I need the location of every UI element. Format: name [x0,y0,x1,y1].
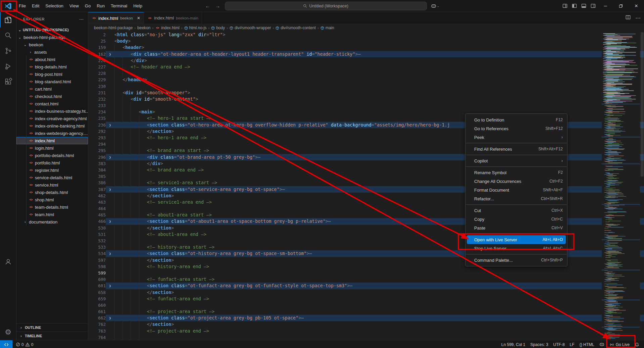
code-line-600[interactable]: 600 <!— funfact-area start —> [88,276,644,283]
settings-gear-icon[interactable]: ⚙ [0,325,16,340]
fold-chevron-icon[interactable]: ❯ [106,250,114,257]
code-line-229[interactable]: 229 </header> [88,77,644,83]
tree-file-cart-html[interactable]: <>cart.html [16,85,88,93]
status-spaces-3[interactable]: Spaces: 3 [530,342,548,347]
tree-file-index-online-banking-html[interactable]: <>index-online-banking.html [16,122,88,130]
code-line-227[interactable]: 227 <!— header area end —> [88,64,644,70]
menu-item-paste[interactable]: PasteCtrl+V [467,223,566,232]
code-line-228[interactable]: 228 [88,70,644,77]
tree-file-shop-details-html[interactable]: <>shop-details.html [16,189,88,196]
menu-go[interactable]: Go [82,0,94,12]
fold-chevron-icon[interactable]: ❯ [106,154,114,160]
menu-item-refactor[interactable]: Refactor...Ctrl+Shift+R [467,194,566,203]
toggle-secondary-sidebar-icon[interactable] [588,0,598,12]
breadcrumb-item-body[interactable]: body [211,26,225,30]
fold-chevron-icon[interactable]: ❯ [106,315,114,321]
nav-forward-icon[interactable]: → [215,3,221,9]
tree-file-about-html[interactable]: <>about.html [16,56,88,63]
menu-item-cut[interactable]: CutCtrl+X [467,206,566,215]
activitybar-run-debug-icon[interactable] [0,58,16,74]
menu-item-go-to-definition[interactable]: Go to DefinitionF12 [467,115,566,124]
breadcrumb-item-beekon[interactable]: beekon [137,26,150,30]
menu-run[interactable]: Run [94,0,108,12]
menu-item-change-all-occurrences[interactable]: Change All OccurrencesCtrl+F2 [467,177,566,186]
tree-file-contact-html[interactable]: <>contact.html [16,100,88,107]
nav-back-icon[interactable]: ← [205,3,211,9]
status-html[interactable]: {} HTML [580,342,594,347]
tree-file-blog-post-html[interactable]: <>blog-post.html [16,70,88,78]
menu-edit[interactable]: Edit [29,0,42,12]
code-line-660[interactable]: 660 [88,302,644,308]
menu-item-rename-symbol[interactable]: Rename SymbolF2 [467,168,566,177]
status-go-live[interactable]: Go Live [609,342,630,347]
restore-button[interactable] [613,0,629,12]
tree-file-login-html[interactable]: <>login.html [16,144,88,152]
tree-file-checkout-html[interactable]: <>checkout.html [16,93,88,100]
code-line-2[interactable]: 2<html class="no-js" lang="zxx" dir="ltr… [88,32,644,38]
breadcrumb-item-index-html[interactable]: <>index.html [155,26,180,30]
breadcrumb-item-beekon-html-package[interactable]: beekon-html-package [94,26,133,30]
fold-chevron-icon[interactable]: ❯ [106,186,114,193]
tree-folder-beekon[interactable]: ⌄beekon [16,41,88,48]
tree-file-index-creative-agency-html[interactable]: <>index-creative-agency.html [16,115,88,122]
tree-file-index-webdesign-agency-[interactable]: <>index-webdesign-agency.... [16,130,88,137]
breadcrumb-item-html-no-js[interactable]: html.no-js [184,26,207,30]
activitybar-source-control-icon[interactable] [0,43,16,58]
code-line-762[interactable]: 762 </section> [88,321,644,328]
menu-terminal[interactable]: Terminal [108,0,130,12]
fold-chevron-icon[interactable]: ❯ [106,218,114,225]
status-ln-599-col-1[interactable]: Ln 599, Col 1 [501,342,525,347]
tree-file-index-business-strategy-ht-[interactable]: <>index-business-strategy.ht... [16,107,88,115]
status-utf-8[interactable]: UTF-8 [553,342,565,347]
code-line-226[interactable]: 226 </div> [88,57,644,64]
breadcrumb-item-main[interactable]: main [320,26,334,30]
code-line-233[interactable]: 233 [88,102,644,109]
menu-item-find-all-references[interactable]: Find All ReferencesShift+Alt+F12 [467,145,566,153]
menu-item-command-palette[interactable]: Command Palette...Ctrl+Shift+P [467,256,566,264]
tree-file-blog-details-html[interactable]: <>blog-details.html [16,63,88,70]
tree-folder-beekon-html-package[interactable]: ⌄beekon-html-package [16,34,88,41]
breadcrumb-item-div-smooth-wrapper[interactable]: div#smooth-wrapper [230,26,271,30]
tree-file-team-html[interactable]: <>team.html [16,211,88,218]
outline-panel-header[interactable]: › OUTLINE [16,323,88,332]
menu-item-stop-live-server[interactable]: Stop Live ServerAlt+L Alt+C [467,244,566,253]
code-line-231[interactable]: 231 <div id="smooth-wrapper"> [88,90,644,96]
tree-file-team-details-html[interactable]: <>team-details.html [16,203,88,211]
timeline-panel-header[interactable]: › TIMELINE [16,332,88,340]
tree-file-register-html[interactable]: <>register.html [16,166,88,174]
menu-item-go-to-references[interactable]: Go to ReferencesShift+F12 [467,124,566,133]
editor-more-actions-icon[interactable]: ⋯ [635,15,641,21]
code-line-764[interactable]: 764 [88,334,644,340]
fold-chevron-icon[interactable]: ❯ [106,51,114,57]
tree-folder-documentation[interactable]: ›documentation [16,218,88,226]
tree-file-shop-html[interactable]: <>shop.html [16,196,88,203]
menu-item-copy[interactable]: CopyCtrl+C [467,215,566,223]
code-line-659[interactable]: 659 <!— funfact-area end —> [88,296,644,302]
tree-file-service-html[interactable]: <>service.html [16,181,88,189]
minimap[interactable] [602,32,640,340]
code-line-232[interactable]: 232 <div id="smooth-content"> [88,96,644,102]
status-copilot[interactable] [599,342,604,347]
close-window-button[interactable]: ✕ [629,0,644,12]
menu-selection[interactable]: Selection [42,0,66,12]
code-line-662[interactable]: 662❯ <section class="ot-project-area gre… [88,315,644,321]
problems-status[interactable]: 0 0 [16,342,33,347]
accounts-icon[interactable] [0,254,16,269]
status-bell[interactable] [635,342,639,347]
code-line-661[interactable]: 661 <!— project-area start —> [88,308,644,315]
code-line-599[interactable]: 599 [88,270,644,276]
menu-view[interactable]: View [66,0,82,12]
tree-file-portfolio-details-html[interactable]: <>portfolio-details.html [16,152,88,159]
customize-layout-icon[interactable] [560,0,569,12]
tree-file-portfolio-html[interactable]: <>portfolio.html [16,159,88,166]
status-lf[interactable]: LF [570,342,575,347]
menu-item-peek[interactable]: Peek› [467,133,566,142]
workspace-section-header[interactable]: ⌄ UNTITLED (WORKSPACE) [16,26,88,34]
tree-file-service-details-html[interactable]: <>service-details.html [16,174,88,181]
activitybar-search-icon[interactable] [0,28,16,43]
code-line-658[interactable]: 658 </section> [88,289,644,296]
tab-index.html-beekon-main[interactable]: <>index.htmlbeekon-main [144,12,202,24]
tree-file-index-html[interactable]: <>index.html [16,137,88,144]
code-line-763[interactable]: 763 <!— project-area end —> [88,328,644,334]
menu-file[interactable]: File [16,0,29,12]
